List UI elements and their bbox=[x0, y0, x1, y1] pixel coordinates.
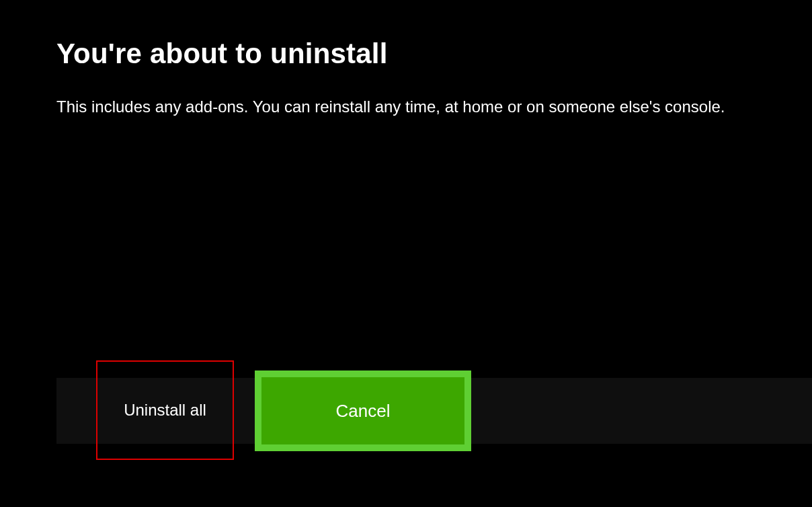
dialog-content: You're about to uninstall This includes … bbox=[0, 0, 812, 118]
uninstall-all-button[interactable]: Uninstall all bbox=[96, 360, 234, 460]
dialog-subtitle: This includes any add-ons. You can reins… bbox=[56, 95, 756, 118]
cancel-button-label: Cancel bbox=[336, 401, 391, 422]
cancel-button[interactable]: Cancel bbox=[255, 370, 471, 451]
dialog-title: You're about to uninstall bbox=[56, 38, 756, 70]
uninstall-button-label: Uninstall all bbox=[124, 401, 206, 420]
